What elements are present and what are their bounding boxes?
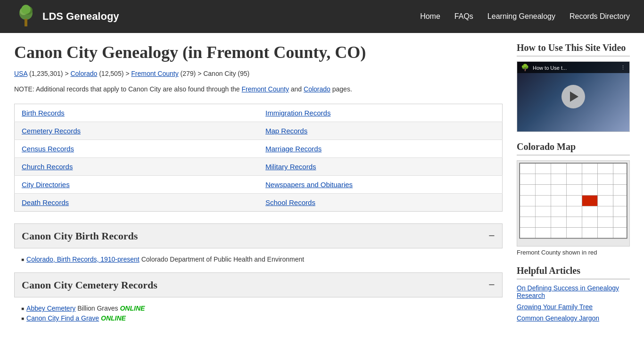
svg-rect-25 <box>598 185 613 196</box>
helpful-articles-title: Helpful Articles <box>517 265 630 280</box>
city-directories-link[interactable]: City Directories <box>22 181 70 189</box>
video-section: How to Use This Site Video 🌳 How to Use … <box>517 42 630 132</box>
svg-rect-52 <box>582 228 598 239</box>
svg-rect-27 <box>520 195 535 206</box>
svg-rect-31 <box>582 195 598 206</box>
video-section-title: How to Use This Site Video <box>517 42 630 57</box>
page-title: Canon City Genealogy (in Fremont County,… <box>14 42 503 63</box>
cemetery-records-section-header[interactable]: Canon City Cemetery Records − <box>14 272 503 297</box>
map-section: Colorado Map <box>517 141 630 256</box>
church-records-link[interactable]: Church Records <box>22 163 73 171</box>
note-colorado-link[interactable]: Colorado <box>304 85 330 93</box>
article-link-1[interactable]: On Defining Success in Genealogy Researc… <box>517 284 630 299</box>
cemetery-records-link[interactable]: Cemetery Records <box>22 127 81 135</box>
svg-rect-36 <box>551 206 566 217</box>
birth-record-link-1[interactable]: Colorado, Birth Records, 1910-present <box>26 255 140 263</box>
video-thumb-inner <box>517 62 629 132</box>
svg-rect-46 <box>598 217 613 228</box>
birth-records-section-title: Canon City Birth Records <box>22 230 138 242</box>
list-item: Colorado, Birth Records, 1910-present Co… <box>21 255 503 263</box>
svg-rect-15 <box>551 174 566 185</box>
list-item: Canon City Find a Grave ONLINE <box>21 314 503 322</box>
collapse-icon: − <box>488 230 495 242</box>
online-badge: ONLINE <box>120 304 145 312</box>
tree-logo-icon <box>14 5 38 28</box>
table-row: Census Records Marriage Records <box>15 140 503 158</box>
play-icon <box>570 91 578 102</box>
list-item: Abbey Cemetery Billion Graves ONLINE <box>21 304 503 312</box>
breadcrumb-colorado[interactable]: Colorado <box>70 70 97 77</box>
svg-rect-35 <box>535 206 551 217</box>
svg-rect-51 <box>567 228 582 239</box>
svg-rect-28 <box>535 195 551 206</box>
svg-point-4 <box>21 5 31 14</box>
abbey-cemetery-link[interactable]: Abbey Cemetery <box>26 304 75 312</box>
svg-rect-53 <box>598 228 613 239</box>
helpful-articles-section: Helpful Articles On Defining Success in … <box>517 265 630 322</box>
svg-rect-9 <box>567 163 582 174</box>
svg-rect-17 <box>582 174 598 185</box>
marriage-records-link[interactable]: Marriage Records <box>265 145 322 153</box>
svg-rect-24 <box>582 185 598 196</box>
svg-rect-39 <box>598 206 613 217</box>
svg-rect-41 <box>520 217 535 228</box>
cemetery-records-section-title: Canon City Cemetery Records <box>22 279 157 291</box>
school-records-link[interactable]: School Records <box>265 198 315 206</box>
main-content: Canon City Genealogy (in Fremont County,… <box>14 42 503 331</box>
svg-rect-47 <box>613 217 627 228</box>
article-link-2[interactable]: Growing Your Family Tree <box>517 303 630 311</box>
map-caption: Fremont County shown in red <box>517 249 630 256</box>
records-table: Birth Records Immigration Records Cemete… <box>14 104 503 212</box>
svg-rect-19 <box>613 174 627 185</box>
svg-rect-18 <box>598 174 613 185</box>
svg-rect-49 <box>535 228 551 239</box>
newspapers-link[interactable]: Newspapers and Obituaries <box>265 181 353 189</box>
immigration-records-link[interactable]: Immigration Records <box>265 109 330 117</box>
map-records-link[interactable]: Map Records <box>265 127 307 135</box>
svg-rect-26 <box>613 185 627 196</box>
collapse-icon-cemetery: − <box>488 279 495 291</box>
breadcrumb: USA (1,235,301) > Colorado (12,505) > Fr… <box>14 70 503 77</box>
svg-rect-10 <box>582 163 598 174</box>
svg-rect-54 <box>613 228 627 239</box>
table-row: Church Records Military Records <box>15 158 503 176</box>
svg-rect-8 <box>551 163 566 174</box>
site-header: LDS Genealogy Home FAQs Learning Genealo… <box>0 0 644 33</box>
play-button[interactable] <box>561 85 585 108</box>
svg-rect-38 <box>582 206 598 217</box>
svg-rect-34 <box>520 206 535 217</box>
svg-rect-11 <box>598 163 613 174</box>
article-link-3[interactable]: Common Genealogy Jargon <box>517 314 630 322</box>
breadcrumb-usa[interactable]: USA <box>14 70 27 77</box>
video-thumbnail[interactable]: 🌳 How to Use t... ⋮ <box>517 61 630 132</box>
canon-city-find-grave-link[interactable]: Canon City Find a Grave <box>26 314 99 322</box>
svg-rect-20 <box>520 185 535 196</box>
svg-rect-42 <box>535 217 551 228</box>
cemetery-records-section-content: Abbey Cemetery Billion Graves ONLINE Can… <box>14 302 503 331</box>
death-records-link[interactable]: Death Records <box>22 198 69 206</box>
table-row: City Directories Newspapers and Obituari… <box>15 176 503 194</box>
svg-rect-37 <box>567 206 582 217</box>
svg-rect-45 <box>582 217 598 228</box>
breadcrumb-fremont-county[interactable]: Fremont County <box>131 70 178 77</box>
svg-rect-48 <box>520 228 535 239</box>
note-fremont-link[interactable]: Fremont County <box>242 85 289 93</box>
census-records-link[interactable]: Census Records <box>22 145 74 153</box>
svg-rect-44 <box>567 217 582 228</box>
sidebar: How to Use This Site Video 🌳 How to Use … <box>517 42 630 331</box>
table-row: Death Records School Records <box>15 194 503 212</box>
military-records-link[interactable]: Military Records <box>265 163 316 171</box>
svg-rect-50 <box>551 228 566 239</box>
nav-faqs[interactable]: FAQs <box>454 12 473 21</box>
nav-records-directory[interactable]: Records Directory <box>570 12 630 21</box>
svg-rect-40 <box>613 206 627 217</box>
nav-home[interactable]: Home <box>420 12 440 21</box>
nav-learning-genealogy[interactable]: Learning Genealogy <box>487 12 555 21</box>
svg-rect-1 <box>25 19 27 26</box>
svg-rect-7 <box>535 163 551 174</box>
birth-records-link[interactable]: Birth Records <box>22 109 65 117</box>
birth-records-section-content: Colorado, Birth Records, 1910-present Co… <box>14 253 503 272</box>
table-row: Cemetery Records Map Records <box>15 122 503 140</box>
birth-records-section-header[interactable]: Canon City Birth Records − <box>14 223 503 248</box>
svg-rect-30 <box>567 195 582 206</box>
